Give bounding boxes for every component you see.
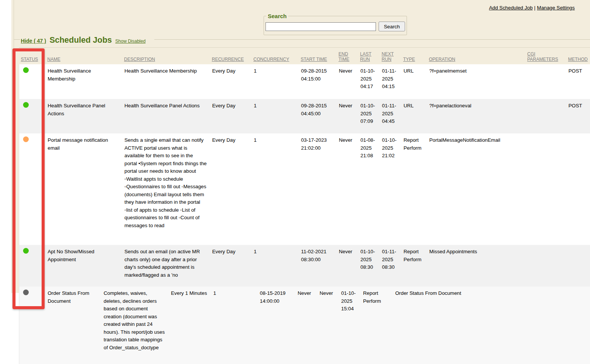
column-header-method[interactable]: METHOD: [566, 57, 590, 64]
cell-start: 09-28-2015 04:45:00: [299, 99, 337, 133]
status-dot[interactable]: [23, 102, 29, 108]
cell-name: Health Surveillance Panel Actions: [46, 99, 123, 133]
search-button[interactable]: Search: [379, 22, 405, 31]
search-input[interactable]: [266, 22, 376, 31]
column-header-next-run[interactable]: NEXT RUN: [380, 51, 401, 64]
column-header-status[interactable]: STATUS: [19, 57, 45, 64]
cell-method: [567, 133, 590, 245]
cell-type: Report Perform: [402, 133, 427, 245]
cell-status: [19, 99, 46, 133]
cell-desc: Sends a single email that can notify ACT…: [123, 133, 210, 245]
column-header-recurrence[interactable]: RECURRENCE: [210, 57, 252, 64]
table-row: Health Surveillance Panel ActionsHealth …: [19, 99, 590, 133]
cell-end: Never: [337, 133, 359, 245]
content-left-border: [14, 0, 14, 293]
cell-name: Order Status From Document: [46, 287, 102, 356]
table-header-row: STATUSNAMEDESCRIPTIONRECURRENCECONCURREN…: [19, 47, 590, 64]
status-dot[interactable]: [23, 290, 29, 295]
status-dot[interactable]: [23, 67, 29, 73]
column-header-description[interactable]: DESCRIPTION: [122, 57, 210, 64]
cell-filler: [19, 356, 46, 364]
cell-cgi: [526, 245, 567, 287]
cell-concurrency: 1: [252, 64, 299, 99]
column-header-cgi-parameters[interactable]: CGI PARAMETERS: [525, 51, 566, 64]
show-disabled-link[interactable]: Show Disabled: [115, 39, 146, 44]
cell-status: [19, 245, 46, 287]
cell-desc: Health Surveillance Membership: [123, 64, 210, 99]
cell-status: [19, 133, 46, 245]
add-scheduled-job-link[interactable]: Add Scheduled Job: [489, 5, 533, 11]
column-header-concurrency[interactable]: CONCURRENCY: [252, 57, 299, 64]
scheduled-jobs-table: Health Surveillance MembershipHealth Sur…: [19, 64, 590, 364]
cell-last: Never: [318, 287, 339, 356]
table-row: Order Status From DocumentCompletes, wai…: [19, 287, 590, 364]
cell-type: URL: [402, 64, 427, 99]
cell-status: [19, 287, 46, 356]
cell-next: 01-10-2025 15:04: [339, 287, 361, 356]
cell-last: 01-10-2025 04:17: [359, 64, 380, 99]
cell-next: 01-11-2025 04:45: [380, 99, 402, 133]
cell-end: Never: [296, 287, 318, 356]
cell-concurrency: 1: [252, 99, 299, 133]
section-border-left-segment: [14, 39, 20, 40]
cell-operation: ?f=panelactioneval: [427, 99, 526, 133]
status-dot[interactable]: [23, 136, 29, 142]
cell-cgi: [526, 64, 567, 99]
cell-last: 01-08-2025 21:08: [359, 133, 380, 245]
cell-desc: Health Surveillance Panel Actions: [123, 99, 210, 133]
table-row: Portal message notification emailSends a…: [19, 133, 590, 245]
column-header-last-run[interactable]: LAST RUN: [358, 51, 380, 64]
cell-operation: PortalMessageNotificationEmail: [427, 133, 526, 245]
status-dot[interactable]: [23, 248, 29, 254]
cell-recurrence: Every 1 Minutes: [169, 287, 211, 356]
column-header-operation[interactable]: OPERATION: [427, 57, 525, 64]
hide-count-link[interactable]: Hide ( 47 ): [21, 38, 46, 44]
search-legend: Search: [266, 13, 288, 19]
page-title: Scheduled Jobs: [50, 36, 112, 45]
cell-next: 01-10-2025 21:02: [380, 133, 402, 245]
cell-cgi: [526, 133, 567, 245]
column-header-start-time[interactable]: START TIME: [299, 57, 337, 64]
top-links-separator: |: [533, 5, 537, 11]
cell-recurrence: Every Day: [210, 245, 252, 287]
cell-start: 11-02-2021 08:30:00: [299, 245, 337, 287]
column-header-end-time[interactable]: END TIME: [337, 51, 358, 64]
cell-operation: Order Status From Document: [393, 287, 590, 356]
cell-method: POST: [567, 64, 590, 99]
table-row: Health Surveillance MembershipHealth Sur…: [19, 64, 590, 99]
cell-method: POST: [567, 99, 590, 133]
cell-recurrence: Every Day: [210, 99, 252, 133]
section-heading: Hide ( 47 ) Scheduled Jobs Show Disabled: [21, 36, 146, 45]
cell-recurrence: Every Day: [210, 64, 252, 99]
cell-start: 03-17-2023 21:02:00: [299, 133, 337, 245]
cell-cgi: [526, 99, 567, 133]
cell-end: Never: [337, 245, 359, 287]
cell-next: 01-11-2025 04:15: [380, 64, 402, 99]
table-row: Apt No Show/Missed AppointmentSends out …: [19, 245, 590, 287]
cell-desc: Completes, waives, deletes, declines ord…: [102, 287, 169, 356]
column-header-name[interactable]: NAME: [45, 57, 122, 64]
cell-start: 08-15-2019 14:00:00: [258, 287, 296, 356]
cell-next: 01-11-2025 08:30: [380, 245, 402, 287]
cell-method: [567, 245, 590, 287]
cell-name: Portal message notification email: [46, 133, 123, 245]
cell-name: Health Surveillance Membership: [46, 64, 123, 99]
cell-operation: ?f=panelmemset: [427, 64, 526, 99]
cell-concurrency: 1: [252, 133, 299, 245]
cell-name: Apt No Show/Missed Appointment: [46, 245, 123, 287]
cell-end: Never: [337, 99, 359, 133]
cell-last: 01-10-2025 08:30: [359, 245, 380, 287]
cell-concurrency: 1: [211, 287, 258, 356]
cell-recurrence: Every Day: [210, 133, 252, 245]
column-header-type[interactable]: TYPE: [401, 57, 427, 64]
cell-start: 09-28-2015 04:15:00: [299, 64, 337, 99]
cell-concurrency: 1: [252, 245, 299, 287]
top-links: Add Scheduled Job|Manage Settings: [489, 5, 575, 11]
cell-type: Report Perform: [402, 245, 427, 287]
cell-last: 01-10-2025 07:09: [359, 99, 380, 133]
cell-end: Never: [337, 64, 359, 99]
search-fieldset: Search Search: [264, 13, 407, 35]
cell-desc: Sends out an email (on active MR charts …: [123, 245, 210, 287]
section-border-line: [154, 39, 590, 40]
manage-settings-link[interactable]: Manage Settings: [537, 5, 575, 11]
